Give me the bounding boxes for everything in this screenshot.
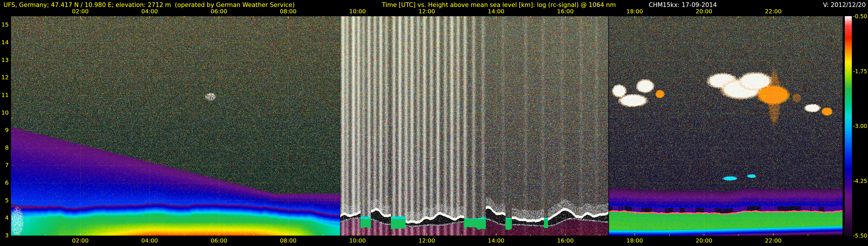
time-tick-label-top: 04:00 [141, 8, 158, 14]
height-tick-label: 12 [0, 74, 9, 80]
time-tick-label-bottom: 18:00 [626, 238, 643, 243]
colorbar-tick-label: -5.50 [853, 233, 867, 239]
time-tick-label-top: 06:00 [211, 8, 227, 14]
time-tick-label-bottom: 06:00 [211, 238, 227, 243]
time-tick-label-top: 08:00 [280, 8, 297, 14]
time-tick-label-bottom: 02:00 [72, 238, 89, 243]
height-tick-label: 4 [0, 215, 9, 220]
height-tick-label: 13 [0, 57, 9, 63]
time-tick-label-top: 22:00 [765, 8, 782, 14]
plot-title: Time [UTC] vs. Height above mean sea lev… [382, 1, 616, 8]
height-tick-label: 9 [0, 127, 9, 133]
time-tick-label-top: 12:00 [418, 8, 435, 14]
height-tick-label: 14 [0, 39, 9, 45]
height-tick-label: 11 [0, 92, 9, 98]
height-tick-label: 15 [0, 22, 9, 28]
time-tick-label-top: 18:00 [626, 8, 643, 14]
height-tick-label: 6 [0, 180, 9, 186]
time-tick-label-bottom: 04:00 [141, 238, 158, 243]
version-label: V: 2012/12/20 [823, 1, 866, 8]
time-tick-label-top: 02:00 [72, 8, 89, 14]
height-tick-label: 7 [0, 162, 9, 168]
height-tick-label: 8 [0, 145, 9, 151]
time-tick-label-top: 16:00 [557, 8, 574, 14]
time-tick-label-bottom: 16:00 [557, 238, 574, 243]
time-tick-label-bottom: 22:00 [765, 238, 782, 243]
time-tick-label-bottom: 08:00 [280, 238, 297, 243]
time-tick-label-bottom: 20:00 [695, 238, 712, 243]
height-tick-label: 10 [0, 110, 9, 116]
instrument-date: CHM15kx: 17-09-2014 [649, 1, 717, 8]
colorbar-tick-label: -3.00 [853, 123, 867, 129]
colorbar [845, 16, 852, 236]
backscatter-heatmap [11, 16, 842, 236]
time-tick-label-top: 14:00 [488, 8, 505, 14]
colorbar-tick-label: -1.75 [853, 68, 867, 74]
time-tick-label-bottom: 10:00 [349, 238, 366, 243]
time-tick-label-top: 20:00 [695, 8, 712, 14]
time-tick-label-bottom: 14:00 [488, 238, 505, 243]
time-tick-label-top: 10:00 [349, 8, 366, 14]
colorbar-tick-label: -0.50 [853, 13, 867, 19]
height-tick-label: 3 [0, 233, 9, 238]
time-tick-label-bottom: 12:00 [418, 238, 435, 243]
colorbar-tick-label: -4.25 [853, 178, 867, 183]
height-tick-label: 5 [0, 197, 9, 203]
site-info: UFS, Germany; 47.417 N / 10.980 E; eleva… [3, 1, 294, 8]
